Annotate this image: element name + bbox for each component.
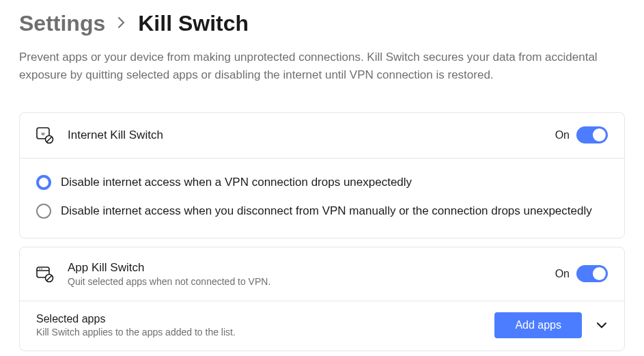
radio-option-manual-or-drops[interactable]: Disable internet access when you disconn… bbox=[36, 197, 608, 225]
selected-apps-row: Selected apps Kill Switch applies to the… bbox=[20, 301, 624, 351]
globe-block-icon: w bbox=[36, 126, 54, 144]
internet-kill-switch-card: w Internet Kill Switch On Disable intern… bbox=[19, 112, 625, 238]
radio-option-drops-unexpectedly[interactable]: Disable internet access when a VPN conne… bbox=[36, 168, 608, 197]
radio-label: Disable internet access when you disconn… bbox=[61, 204, 592, 218]
chevron-down-icon[interactable] bbox=[596, 319, 608, 331]
radio-label: Disable internet access when a VPN conne… bbox=[61, 176, 412, 189]
radio-icon bbox=[36, 204, 51, 219]
internet-kill-switch-header: w Internet Kill Switch On bbox=[20, 113, 624, 159]
breadcrumb: Settings Kill Switch bbox=[19, 11, 625, 36]
svg-point-6 bbox=[39, 268, 40, 269]
svg-point-7 bbox=[41, 268, 42, 269]
internet-kill-switch-options: Disable internet access when a VPN conne… bbox=[20, 159, 624, 238]
chevron-right-icon bbox=[117, 15, 126, 33]
internet-kill-switch-toggle[interactable] bbox=[576, 126, 608, 143]
page-title: Kill Switch bbox=[138, 11, 249, 36]
app-block-icon bbox=[36, 265, 54, 283]
internet-toggle-label: On bbox=[555, 129, 570, 141]
selected-apps-title: Selected apps bbox=[36, 313, 494, 325]
app-kill-switch-toggle[interactable] bbox=[576, 265, 608, 282]
internet-kill-switch-title: Internet Kill Switch bbox=[68, 128, 555, 142]
breadcrumb-parent[interactable]: Settings bbox=[19, 11, 105, 36]
radio-icon bbox=[36, 175, 51, 190]
app-toggle-label: On bbox=[555, 268, 570, 280]
page-description: Prevent apps or your device from making … bbox=[19, 49, 625, 85]
app-kill-switch-header: App Kill Switch Quit selected apps when … bbox=[20, 247, 624, 301]
app-kill-switch-card: App Kill Switch Quit selected apps when … bbox=[19, 247, 625, 351]
svg-text:w: w bbox=[40, 131, 45, 136]
add-apps-button[interactable]: Add apps bbox=[494, 312, 582, 338]
app-kill-switch-title: App Kill Switch bbox=[68, 261, 555, 275]
selected-apps-subtitle: Kill Switch applies to the apps added to… bbox=[36, 327, 494, 338]
app-kill-switch-subtitle: Quit selected apps when not connected to… bbox=[68, 276, 555, 287]
